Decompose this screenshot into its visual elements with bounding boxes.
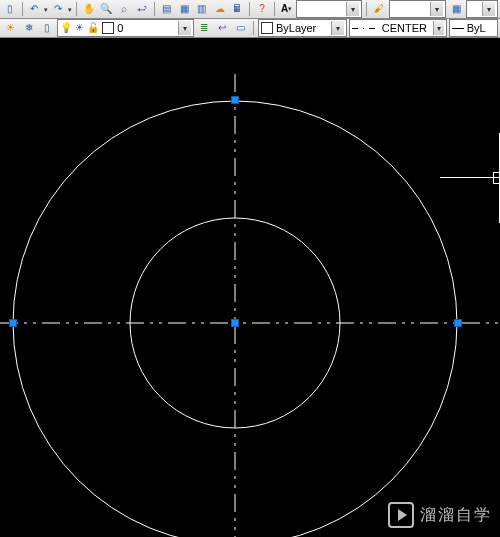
watermark-text: 溜溜自学 <box>420 505 492 526</box>
new-button[interactable]: ▯ <box>2 0 18 18</box>
grip-top[interactable] <box>231 96 239 104</box>
textstyle-combo[interactable]: ▾ <box>296 0 362 18</box>
lineweight-combo[interactable]: ByL <box>449 19 498 37</box>
matchprops-button[interactable]: 🖌 <box>371 0 387 18</box>
tablestyle-button[interactable]: ▦ <box>448 0 464 18</box>
sheetset-button[interactable]: ▦ <box>176 0 192 18</box>
textstyle-button[interactable]: A▾ <box>279 0 295 18</box>
help-button[interactable]: ? <box>254 0 270 18</box>
properties-button[interactable]: ▤ <box>159 0 175 18</box>
sun-icon: ☀ <box>75 23 84 33</box>
separator <box>274 2 275 16</box>
separator <box>366 2 367 16</box>
layer-name: 0 <box>117 22 123 34</box>
toolbar-standard: ▯ ↶ ▾ ↷ ▾ ✋ 🔍 ⌕ ⮐ ▤ ▦ ▥ ☁ 🖩 ? A▾ ▾ 🖌 ▾ ▦… <box>0 0 500 19</box>
undo-button[interactable]: ↶ <box>27 0 43 18</box>
chevron-down-icon: ▾ <box>331 21 344 35</box>
toolpalette-button[interactable]: ▥ <box>194 0 210 18</box>
layer-freeze-button[interactable]: ❄ <box>20 19 36 37</box>
zoom-window-button[interactable]: ⌕ <box>116 0 132 18</box>
linetype-combo[interactable]: CENTER ▾ <box>349 19 447 37</box>
chevron-down-icon: ▾ <box>346 2 359 16</box>
layer-combo[interactable]: 💡 ☀ 🔓 0 ▾ <box>57 19 194 37</box>
grip-right[interactable] <box>454 319 462 327</box>
color-swatch <box>261 22 273 34</box>
bulb-icon: 💡 <box>60 23 72 33</box>
layer-swatch <box>102 22 114 34</box>
chevron-down-icon: ▾ <box>178 21 191 35</box>
chevron-down-icon: ▾ <box>430 2 443 16</box>
lineweight-value: ByL <box>467 22 486 34</box>
drawing-canvas[interactable]: 溜溜自学 <box>0 38 500 537</box>
dimstyle-combo[interactable]: ▾ <box>389 0 446 18</box>
watermark: 溜溜自学 <box>388 502 492 528</box>
separator <box>22 2 23 16</box>
separator <box>249 2 250 16</box>
redo-dropdown[interactable]: ▾ <box>68 6 72 13</box>
color-value: ByLayer <box>276 22 316 34</box>
linetype-value: CENTER <box>382 22 427 34</box>
toolbar-layers: ☀ ❄ ▯ 💡 ☀ 🔓 0 ▾ ≣ ↩ ▭ ByLayer ▾ CENTER ▾… <box>0 19 500 38</box>
layer-iso-button[interactable]: ▯ <box>39 19 55 37</box>
redo-button[interactable]: ↷ <box>50 0 66 18</box>
grip-left[interactable] <box>9 319 17 327</box>
separator <box>76 2 77 16</box>
layerprev-button[interactable]: ↩ <box>214 19 230 37</box>
zoom-realtime-button[interactable]: 🔍 <box>99 0 115 18</box>
layer-light-button[interactable]: ☀ <box>2 19 18 37</box>
separator <box>253 21 254 35</box>
tablestyle-combo[interactable]: ▾ <box>466 0 498 18</box>
grip-center[interactable] <box>231 319 239 327</box>
separator <box>154 2 155 16</box>
layermatch-button[interactable]: ▭ <box>233 19 249 37</box>
lock-icon: 🔓 <box>87 23 99 33</box>
linetype-sample <box>352 28 375 29</box>
color-combo[interactable]: ByLayer ▾ <box>258 19 347 37</box>
chevron-down-icon: ▾ <box>433 21 444 35</box>
play-icon <box>388 502 414 528</box>
chevron-down-icon: ▾ <box>482 2 495 16</box>
zoom-previous-button[interactable]: ⮐ <box>134 0 150 18</box>
pan-button[interactable]: ✋ <box>81 0 97 18</box>
markup-button[interactable]: ☁ <box>212 0 228 18</box>
lineweight-sample <box>452 28 464 29</box>
layerstate-button[interactable]: ≣ <box>196 19 212 37</box>
undo-dropdown[interactable]: ▾ <box>44 6 48 13</box>
drawing-svg <box>0 38 500 537</box>
calc-button[interactable]: 🖩 <box>229 0 245 18</box>
